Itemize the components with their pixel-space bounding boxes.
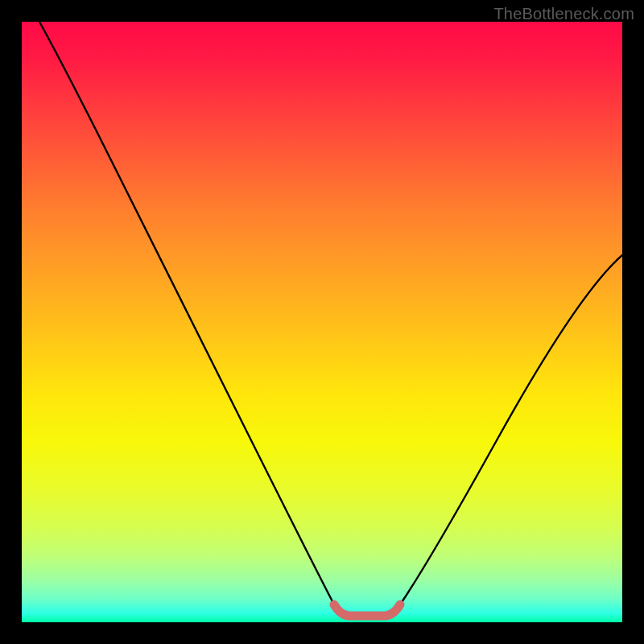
watermark-text: TheBottleneck.com (493, 5, 634, 23)
bottom-segment (334, 605, 400, 616)
left-curve (39, 22, 334, 605)
plot-area (22, 22, 622, 622)
curve-layer (22, 22, 622, 622)
chart-frame: TheBottleneck.com (0, 0, 644, 644)
right-curve (400, 255, 622, 605)
